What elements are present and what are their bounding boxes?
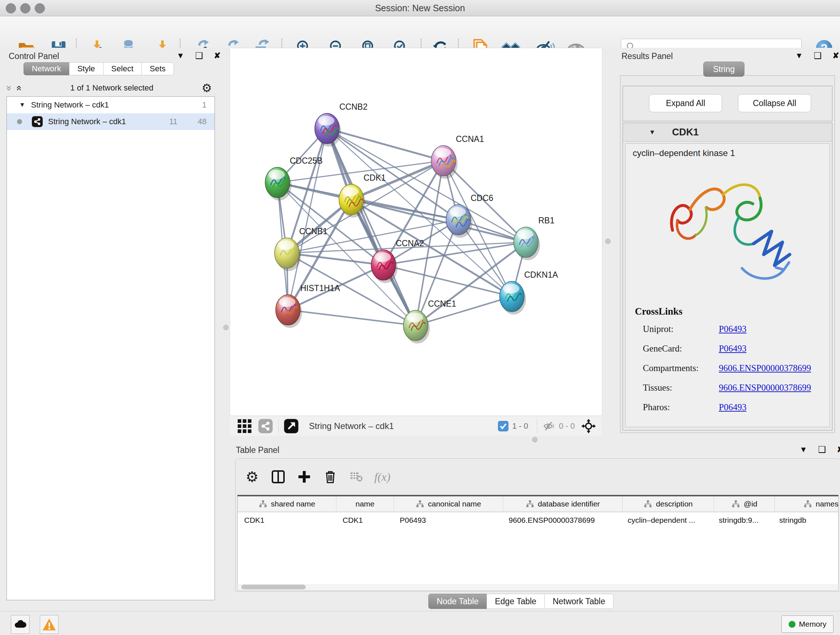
table-cell[interactable]: P06493 (393, 512, 502, 528)
panel-menu-icon[interactable]: ▼ (799, 445, 807, 454)
selected-checkbox-icon[interactable] (498, 421, 508, 432)
crosslink-label: GeneCard: (643, 344, 719, 354)
cloud-status-button[interactable] (11, 615, 30, 634)
titlebar: Session: New Session (0, 0, 840, 16)
tab-string[interactable]: String (703, 62, 745, 77)
crosslink-link[interactable]: P06493 (719, 402, 746, 412)
hidden-counts: 0 - 0 (559, 421, 575, 431)
float-panel-icon[interactable]: ❑ (814, 51, 822, 61)
plus-icon (296, 469, 312, 485)
crosslink-link[interactable]: 9606.ENSP00000378699 (719, 363, 811, 373)
network-node-RB1[interactable]: RB1 (514, 216, 554, 260)
network-node-HIST1H1A[interactable]: HIST1H1A (276, 283, 340, 328)
splitter-handle[interactable] (605, 239, 611, 244)
float-panel-icon[interactable]: ❑ (818, 445, 826, 455)
network-edge[interactable] (327, 128, 416, 325)
column-header-name[interactable]: name (336, 496, 394, 511)
network-node-CCNA1[interactable]: CCNA1 (431, 134, 484, 179)
current-network-dot (17, 119, 22, 124)
network-node-CCNB2[interactable]: CCNB2 (315, 102, 368, 147)
table-type-tabs: Node TableEdge TableNetwork Table (429, 594, 614, 609)
column-label: shared name (271, 500, 316, 508)
crosslink-label: Pharos: (643, 402, 719, 412)
node-label: CCNB1 (299, 226, 327, 236)
scrollbar-thumb[interactable] (241, 585, 306, 589)
table-cell[interactable]: stringdb:9... (712, 512, 773, 528)
network-edge[interactable] (327, 128, 526, 242)
network-overview-share-icon[interactable] (258, 418, 273, 434)
table-cell[interactable]: 9606.ENSP00000378699 (502, 512, 621, 528)
column-header-namespace[interactable]: namespace (775, 496, 838, 511)
tab-sets[interactable]: Sets (141, 62, 174, 75)
splitter-handle[interactable] (223, 325, 229, 330)
network-label: String Network – cdk1 (48, 117, 126, 126)
table-cell[interactable]: CDK1 (336, 512, 393, 528)
network-node-CDK1[interactable]: CDK1 (339, 173, 386, 218)
network-collection-row[interactable]: ▼ String Network – cdk1 1 (7, 97, 215, 113)
column-header-sharedname[interactable]: shared name (238, 496, 336, 511)
column-header-canonicalname[interactable]: canonical name (394, 496, 503, 511)
splitter-handle[interactable] (532, 437, 538, 442)
collapse-gene-icon[interactable]: ▼ (649, 128, 655, 136)
float-panel-icon[interactable]: ❑ (195, 51, 203, 61)
tab-network-table[interactable]: Network Table (545, 594, 614, 609)
close-panel-icon[interactable]: ✘ (832, 51, 839, 60)
table-cell[interactable]: stringdb (773, 512, 838, 528)
crosslink-link[interactable]: 9606.ENSP00000378699 (719, 383, 811, 393)
fit-selected-crosshair-icon[interactable] (581, 418, 597, 434)
column-header-description[interactable]: description (622, 496, 714, 511)
table-horizontal-scrollbar[interactable] (237, 584, 838, 591)
tab-select[interactable]: Select (103, 62, 142, 75)
edge-count: 48 (198, 117, 207, 126)
panel-menu-icon[interactable]: ▼ (795, 51, 803, 60)
gene-header-row[interactable]: ▼ CDK1 (623, 123, 832, 141)
network-edge[interactable] (288, 310, 416, 325)
network-edge[interactable] (287, 253, 384, 265)
tab-edge-table[interactable]: Edge Table (486, 594, 545, 609)
function-builder-button[interactable]: f(x) (369, 465, 395, 488)
tab-node-table[interactable]: Node Table (428, 594, 487, 609)
protein-structure-image (655, 160, 800, 301)
create-column-button[interactable] (291, 465, 317, 488)
memory-label: Memory (799, 620, 827, 629)
window-title: Session: New Session (0, 3, 840, 13)
network-row[interactable]: String Network – cdk1 11 48 (7, 113, 215, 130)
vertical-splitter-left[interactable] (221, 48, 230, 436)
table-cell[interactable]: cyclin–dependent ... (621, 512, 712, 528)
network-node-CDKN1A[interactable]: CDKN1A (500, 270, 558, 315)
delete-table-icon (348, 469, 364, 485)
expand-all-networks-icon[interactable]: « (14, 86, 25, 90)
expand-all-button[interactable]: Expand All (649, 94, 722, 112)
tab-style[interactable]: Style (69, 62, 103, 75)
warnings-button[interactable] (40, 615, 58, 634)
close-panel-icon[interactable]: ✘ (837, 445, 840, 454)
birdseye-view-icon[interactable] (284, 418, 299, 434)
crosslink-link[interactable]: P06493 (719, 344, 746, 354)
gene-panel: ▼ CDK1 cyclin–dependent kinase 1 (622, 123, 832, 431)
table-row[interactable]: CDK1CDK1P064939606.ENSP00000378699cyclin… (238, 512, 838, 528)
table-settings-button[interactable]: ⚙ (239, 465, 265, 488)
close-panel-icon[interactable]: ✘ (214, 51, 220, 60)
column-header-databaseidentifier[interactable]: database identifier (503, 496, 622, 511)
network-node-CDC25B[interactable]: CDC25B (265, 156, 323, 201)
grid-view-icon[interactable] (238, 419, 251, 433)
network-options-gear-icon[interactable]: ⚙ (202, 81, 212, 95)
string-network-icon (32, 116, 43, 127)
table-cell[interactable]: CDK1 (238, 512, 336, 528)
crosslink-link[interactable]: P06493 (719, 324, 746, 334)
panel-menu-icon[interactable]: ▼ (177, 51, 185, 60)
memory-button[interactable]: Memory (782, 616, 834, 633)
tab-network[interactable]: Network (24, 62, 69, 75)
horizontal-splitter[interactable] (221, 436, 840, 442)
delete-columns-button[interactable] (317, 465, 343, 488)
collapse-all-networks-icon[interactable]: » (4, 86, 15, 90)
expand-collapse-box: Expand All Collapse All (622, 86, 832, 121)
collapse-all-button[interactable]: Collapse All (738, 94, 811, 112)
expander-icon[interactable]: ▼ (19, 101, 25, 109)
network-canvas[interactable]: CCNB2CCNA1CDC25BCDK1CDC6RB1CCNB1CCNA2CDK… (230, 48, 602, 416)
table-container: ⚙ (235, 458, 840, 592)
crosslink-row: Uniprot:P06493 (625, 319, 829, 339)
delete-table-button[interactable] (343, 465, 369, 488)
show-columns-button[interactable] (265, 465, 291, 488)
column-header-id[interactable]: @id (714, 496, 775, 511)
